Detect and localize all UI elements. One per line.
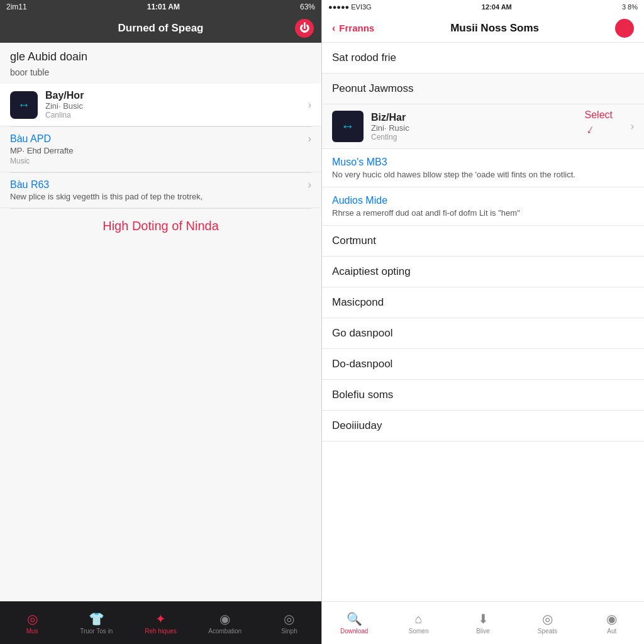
right-tab-speats[interactable]: ◎ Speats xyxy=(515,611,579,635)
right-tab-speats-label: Speats xyxy=(538,628,557,635)
left-link-sub-1: Music xyxy=(10,157,308,165)
right-tab-speats-icon: ◎ xyxy=(542,611,553,626)
left-panel: 2im11 11:01 AM 63% Durned of Speag ⏻ gle… xyxy=(0,0,322,644)
left-section-subtitle: boor tuble xyxy=(0,66,321,84)
left-highlight-text: High Doting of Ninda xyxy=(10,219,311,233)
left-item-icon: ↔ xyxy=(10,91,38,119)
left-tab-sinph-icon: ◎ xyxy=(284,611,294,626)
right-panel: ●●●●● EVI3G 12:04 AM 3 8% ‹ Frranns Musi… xyxy=(322,0,644,644)
right-tab-somen-label: Somen xyxy=(409,628,429,635)
right-plain-do-dasnpool[interactable]: Do-dasnpool xyxy=(322,349,644,380)
left-tab-truor-label: Truor Tos in xyxy=(80,628,113,635)
left-link-title-1: Bàu APD xyxy=(10,133,308,145)
left-tab-mus-icon: ◎ xyxy=(27,611,38,626)
left-tab-reh-icon: ✦ xyxy=(155,611,166,626)
left-bottom-bar: ◎ Mus 👕 Truor Tos in ✦ Reh hiques ◉ Acom… xyxy=(0,601,321,644)
right-plain-masicpond[interactable]: Masicpond xyxy=(322,287,644,318)
left-item-subtitle: Zini· Busic xyxy=(45,101,308,111)
right-tab-blive-label: Blive xyxy=(476,628,490,635)
right-link-muso-desc: No very hucic old hawes bllow step the '… xyxy=(332,170,634,179)
right-tab-download[interactable]: 🔍 Download xyxy=(322,611,386,635)
right-bottom-bar: 🔍 Download ⌂ Somen ⬇ Blive ◎ Speats ◉ Au… xyxy=(322,601,644,644)
left-header: Durned of Speag ⏻ xyxy=(0,14,321,43)
right-status-bar: ●●●●● EVI3G 12:04 AM 3 8% xyxy=(322,0,644,14)
left-link-chevron-2: › xyxy=(308,179,311,191)
right-battery: 3 8% xyxy=(622,3,638,11)
left-link-title-2: Bàu R63 xyxy=(10,179,308,191)
right-tab-aut[interactable]: ◉ Aut xyxy=(580,611,644,635)
left-tab-sinph-label: Sinph xyxy=(281,628,297,635)
right-plain-deoiii[interactable]: Deoiiiuday xyxy=(322,411,644,441)
right-link-muso[interactable]: Muso's MB3 No very hucic old hawes bllow… xyxy=(322,149,644,187)
right-tab-blive-icon: ⬇ xyxy=(478,611,489,626)
right-select-label: Select xyxy=(585,109,613,121)
right-plain-acaiptiest[interactable]: Acaiptiest opting xyxy=(322,257,644,287)
left-item-chevron: › xyxy=(308,99,311,111)
right-link-audios-title: Audios Mide xyxy=(332,195,634,206)
right-time: 12:04 AM xyxy=(482,3,512,11)
right-tab-blive[interactable]: ⬇ Blive xyxy=(451,611,515,635)
right-header-action[interactable] xyxy=(615,19,634,38)
left-item-title: Bay/Hor xyxy=(45,90,308,101)
right-tab-somen[interactable]: ⌂ Somen xyxy=(386,612,450,635)
right-header: ‹ Frranns Musii Noss Soms xyxy=(322,14,644,43)
right-link-muso-title: Muso's MB3 xyxy=(332,157,634,168)
left-status-bar: 2im11 11:01 AM 63% xyxy=(0,0,321,14)
right-link-audios-desc: Rhrse a remeroff dud oat andl fi-of dofm… xyxy=(332,208,634,218)
left-carrier: 2im11 xyxy=(6,3,27,11)
right-plain-go-dasnpool[interactable]: Go dasnpool xyxy=(322,318,644,349)
left-link-chevron-1: › xyxy=(308,133,311,145)
right-link-audios[interactable]: Audios Mide Rhrse a remeroff dud oat and… xyxy=(322,187,644,226)
right-header-title: Musii Noss Soms xyxy=(374,22,615,35)
left-header-title: Durned of Speag xyxy=(118,22,203,35)
right-tab-download-label: Download xyxy=(340,628,368,635)
left-section-title: gle Aubid doain xyxy=(0,43,321,66)
left-tab-acom-label: Acombation xyxy=(208,628,242,635)
right-tab-somen-icon: ⌂ xyxy=(415,612,423,626)
left-tab-reh-label: Reh hiques xyxy=(145,628,177,635)
right-back-chevron: ‹ xyxy=(332,23,335,34)
right-section-sat[interactable]: Sat rodod frie xyxy=(322,43,644,74)
right-section-peonut[interactable]: Peonut Jawmoss xyxy=(322,74,644,104)
right-music-annotation: Select ↓ ↔ Biz/Har Zini· Rusic Centing › xyxy=(322,104,644,149)
right-tab-aut-icon: ◉ xyxy=(606,611,617,626)
right-music-sub2: Centing xyxy=(371,133,631,142)
right-plain-bolefiu[interactable]: Bolefiu soms xyxy=(322,380,644,411)
left-item-sub2: Canlina xyxy=(45,111,308,119)
right-music-chevron: › xyxy=(631,121,634,132)
left-link-item-2[interactable]: Bàu R63 New plice is skig vegetth is thi… xyxy=(0,173,321,208)
left-tab-mus[interactable]: ◎ Mus xyxy=(0,611,64,635)
left-link-desc-2: New plice is skig vegetth is this pad of… xyxy=(10,192,308,201)
left-link-desc-1: MP· Ehd Derrafte xyxy=(10,146,308,155)
right-back-button[interactable]: Frranns xyxy=(339,23,374,33)
left-tab-acom[interactable]: ◉ Acombation xyxy=(193,611,257,635)
left-tab-reh[interactable]: ✦ Reh hiques xyxy=(128,611,192,635)
left-tab-truor-icon: 👕 xyxy=(89,611,104,626)
left-link-item-1[interactable]: Bàu APD MP· Ehd Derrafte Music › xyxy=(0,127,321,172)
power-button[interactable]: ⏻ xyxy=(295,19,314,38)
right-scroll-area: Sat rodod frie Peonut Jawmoss Select ↓ ↔… xyxy=(322,43,644,601)
left-tab-mus-label: Mus xyxy=(26,628,38,635)
left-battery: 63% xyxy=(300,3,315,11)
left-tab-sinph[interactable]: ◎ Sinph xyxy=(257,611,321,635)
left-tab-truor[interactable]: 👕 Truor Tos in xyxy=(64,611,128,635)
left-item-text: Bay/Hor Zini· Busic Canlina xyxy=(45,90,308,119)
right-tab-aut-label: Aut xyxy=(607,628,616,635)
left-time: 11:01 AM xyxy=(147,3,180,11)
left-tab-acom-icon: ◉ xyxy=(219,611,230,626)
left-list-item[interactable]: ↔ Bay/Hor Zini· Busic Canlina › xyxy=(0,84,321,126)
right-music-icon: ↔ xyxy=(332,111,364,142)
right-plain-cortmunt[interactable]: Cortmunt xyxy=(322,226,644,257)
power-icon: ⏻ xyxy=(299,23,309,34)
right-carrier: ●●●●● EVI3G xyxy=(328,3,372,11)
left-link-content-1: Bàu APD MP· Ehd Derrafte Music xyxy=(10,133,308,165)
left-scroll-area: gle Aubid doain boor tuble ↔ Bay/Hor Zin… xyxy=(0,43,321,601)
left-highlight-section: High Doting of Ninda xyxy=(0,209,321,243)
left-link-content-2: Bàu R63 New plice is skig vegetth is thi… xyxy=(10,179,308,201)
right-tab-download-icon: 🔍 xyxy=(347,611,362,626)
